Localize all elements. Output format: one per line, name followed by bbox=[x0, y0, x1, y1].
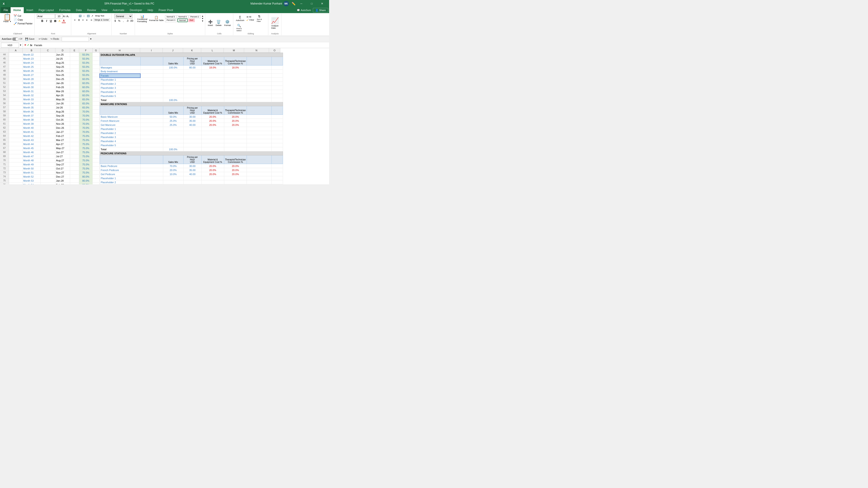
col-header-H[interactable]: H bbox=[99, 48, 140, 53]
cell-D[interactable]: Jun-27 bbox=[55, 150, 70, 154]
service-label[interactable]: Placeholder 5 bbox=[100, 94, 141, 98]
service-label[interactable]: Basic Manicure bbox=[100, 115, 141, 119]
cell-E[interactable] bbox=[70, 53, 79, 57]
material-cost-cell[interactable] bbox=[202, 74, 224, 78]
cell-F[interactable]: 80.0% bbox=[79, 179, 93, 183]
cell-B[interactable]: Month 46 bbox=[23, 150, 41, 154]
cell-I[interactable] bbox=[141, 119, 163, 123]
service-label[interactable]: Basic Pedicure bbox=[100, 164, 141, 168]
copy-button[interactable]: 📄 Copy bbox=[13, 18, 33, 22]
cell-D[interactable]: Jul-27 bbox=[55, 154, 70, 158]
cell-D[interactable]: Aug-27 bbox=[55, 158, 70, 162]
cell-D[interactable]: Apr-27 bbox=[55, 142, 70, 146]
font-color-button[interactable]: A bbox=[62, 19, 66, 23]
material-cost-cell[interactable] bbox=[202, 70, 224, 74]
cell-C[interactable] bbox=[41, 158, 55, 162]
cell-O[interactable] bbox=[272, 98, 283, 102]
cell-B[interactable]: Month 23 bbox=[23, 57, 41, 61]
cell-A[interactable] bbox=[9, 134, 23, 138]
cell-F[interactable]: 55.0% bbox=[79, 69, 93, 73]
price-cell[interactable] bbox=[183, 90, 202, 94]
price-cell[interactable] bbox=[183, 180, 202, 184]
cell-O[interactable] bbox=[272, 184, 283, 185]
col-header-E[interactable]: E bbox=[70, 48, 79, 53]
cell-O[interactable] bbox=[272, 86, 283, 90]
col-header-L[interactable]: L bbox=[201, 48, 224, 53]
commission-cell[interactable] bbox=[224, 90, 247, 94]
cell-E[interactable] bbox=[70, 89, 79, 93]
cell-I[interactable] bbox=[141, 176, 163, 180]
cell-F[interactable]: 65.0% bbox=[79, 101, 93, 105]
style-normal5[interactable]: Normal 5 bbox=[165, 15, 177, 18]
cell-B[interactable]: Month 29 bbox=[23, 81, 41, 85]
increase-indent-button[interactable]: ⇥ bbox=[89, 18, 93, 22]
cell-O[interactable] bbox=[272, 143, 283, 147]
cell-G[interactable] bbox=[93, 162, 99, 166]
cell-E[interactable] bbox=[70, 158, 79, 162]
cell-O[interactable] bbox=[272, 115, 283, 119]
cell-E[interactable] bbox=[70, 97, 79, 101]
col-header-C[interactable]: C bbox=[41, 48, 55, 53]
cell-F[interactable]: 75.0% bbox=[79, 146, 93, 150]
price-cell[interactable] bbox=[183, 135, 202, 139]
cell-N[interactable] bbox=[247, 94, 272, 98]
sales-mix-cell[interactable]: 10.0% bbox=[163, 172, 183, 176]
cell-G[interactable] bbox=[93, 130, 99, 134]
sort-filter-button[interactable]: ⇅ Sort &Filter bbox=[255, 14, 264, 23]
cell-B[interactable]: Month 33 bbox=[23, 97, 41, 101]
cell-F[interactable]: 65.0% bbox=[79, 105, 93, 109]
cell-C[interactable] bbox=[41, 122, 55, 126]
cell-O[interactable] bbox=[272, 66, 283, 70]
commission-cell[interactable]: 20.0% bbox=[224, 119, 247, 123]
cell-D[interactable]: Nov-27 bbox=[55, 170, 70, 175]
cell-E[interactable] bbox=[70, 93, 79, 97]
cell-B[interactable]: Month 35 bbox=[23, 105, 41, 109]
cell-D[interactable]: May-26 bbox=[55, 97, 70, 101]
cell-E[interactable] bbox=[70, 113, 79, 118]
price-cell[interactable] bbox=[183, 98, 202, 102]
cell-C[interactable] bbox=[41, 142, 55, 146]
paste-dropdown[interactable]: ▾ bbox=[9, 20, 11, 23]
cell-F[interactable]: 70.0% bbox=[79, 126, 93, 130]
material-cost-cell[interactable]: 20.0% bbox=[202, 164, 224, 168]
cell-F[interactable]: 80.0% bbox=[79, 175, 93, 179]
cell-A[interactable] bbox=[9, 179, 23, 183]
cell-E[interactable] bbox=[70, 175, 79, 179]
tab-formulas[interactable]: Formulas bbox=[57, 7, 73, 13]
align-top-button[interactable]: ⬆️ bbox=[78, 14, 82, 18]
cell-A[interactable] bbox=[9, 109, 23, 113]
cell-N[interactable] bbox=[247, 135, 272, 139]
underline-button[interactable]: U bbox=[49, 19, 53, 23]
cell-D[interactable]: Jan-28 bbox=[55, 179, 70, 183]
cell-G[interactable] bbox=[93, 105, 99, 109]
cell-E[interactable] bbox=[70, 101, 79, 105]
style-bad[interactable]: Bad bbox=[188, 19, 195, 22]
align-bottom-button[interactable]: ⬇️ bbox=[86, 14, 90, 18]
cell-I[interactable] bbox=[141, 131, 163, 135]
cell-G[interactable] bbox=[93, 170, 99, 175]
material-cost-cell[interactable]: 20.0% bbox=[202, 172, 224, 176]
clear-button[interactable]: 🧹Clear bbox=[246, 19, 255, 21]
sales-mix-cell[interactable] bbox=[163, 184, 183, 185]
sales-mix-cell[interactable]: 100.0% bbox=[163, 98, 183, 102]
price-cell[interactable] bbox=[183, 70, 202, 74]
cell-C[interactable] bbox=[41, 134, 55, 138]
cell-O[interactable] bbox=[272, 119, 283, 123]
cell-D[interactable]: May-27 bbox=[55, 146, 70, 150]
cell-N[interactable] bbox=[247, 98, 272, 102]
service-label[interactable]: French Manicure bbox=[100, 119, 141, 123]
percent-button[interactable]: % bbox=[118, 19, 121, 23]
cell-E[interactable] bbox=[70, 105, 79, 109]
cell-G[interactable] bbox=[93, 93, 99, 97]
cell-B[interactable]: Month 37 bbox=[23, 113, 41, 118]
tab-automate[interactable]: Automate bbox=[110, 7, 127, 13]
cell-O[interactable] bbox=[272, 78, 283, 82]
sales-mix-cell[interactable]: 50.0% bbox=[163, 115, 183, 119]
cell-G[interactable] bbox=[93, 97, 99, 101]
cell-C[interactable] bbox=[41, 175, 55, 179]
undo-button[interactable]: ↩ Undo bbox=[37, 37, 49, 41]
material-cost-cell[interactable] bbox=[202, 90, 224, 94]
cell-G[interactable] bbox=[93, 65, 99, 69]
cell-E[interactable] bbox=[70, 109, 79, 113]
price-cell[interactable] bbox=[183, 78, 202, 82]
